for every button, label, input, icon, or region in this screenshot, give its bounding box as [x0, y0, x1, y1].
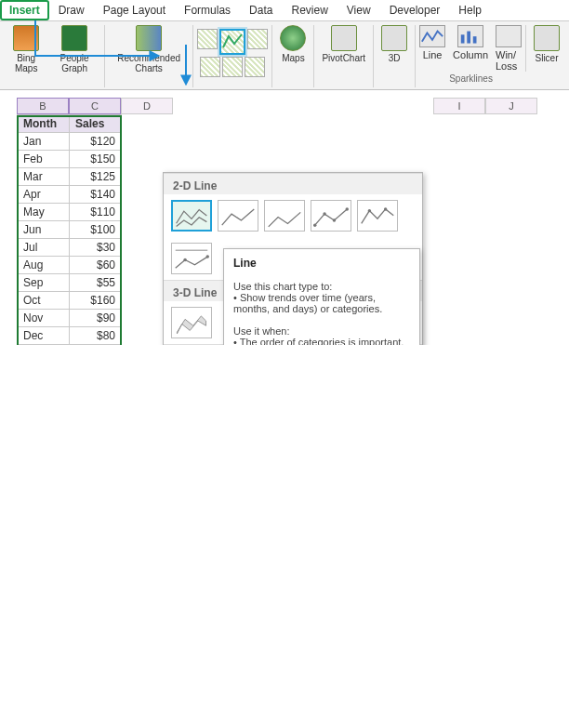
svg-point-4: [323, 212, 325, 215]
svg-point-6: [346, 207, 349, 210]
table-row[interactable]: Nov$90: [18, 310, 122, 327]
table-row[interactable]: Apr$140: [18, 186, 122, 204]
menu-page-layout[interactable]: Page Layout: [94, 0, 175, 20]
menu-help[interactable]: Help: [449, 0, 491, 20]
chart-hierarchy-button[interactable]: [200, 57, 220, 77]
table-row[interactable]: Jan$120: [18, 133, 122, 151]
menu-formulas[interactable]: Formulas: [175, 0, 240, 20]
col-header-b[interactable]: B: [17, 98, 69, 114]
col-header-i[interactable]: I: [433, 98, 485, 114]
svg-point-10: [183, 258, 186, 261]
slicer-button[interactable]: Slicer: [530, 25, 563, 63]
svg-rect-0: [461, 34, 465, 43]
stacked-line-option[interactable]: [218, 200, 258, 232]
chart-statistic-button[interactable]: [222, 57, 243, 77]
table-row[interactable]: Jul$30: [18, 239, 122, 257]
sparkline-column-button[interactable]: Column: [449, 25, 492, 72]
sparkline-line-icon: [419, 25, 445, 47]
sparkline-line-button[interactable]: Line: [416, 25, 449, 72]
menu-view[interactable]: View: [337, 0, 380, 20]
chart-combo-button[interactable]: [245, 57, 265, 77]
maps-button[interactable]: Maps: [276, 25, 310, 63]
svg-point-7: [368, 209, 371, 212]
pivotchart-button[interactable]: PivotChart: [318, 25, 369, 63]
slicer-icon: [534, 25, 560, 51]
svg-point-3: [313, 223, 316, 226]
bing-maps-button[interactable]: Bing Maps: [6, 25, 46, 73]
map-icon: [13, 25, 39, 51]
menu-review[interactable]: Review: [282, 0, 337, 20]
table-row[interactable]: Aug$60: [18, 257, 122, 274]
globe-icon: [280, 25, 306, 51]
chart-line-button[interactable]: [219, 29, 245, 55]
table-row[interactable]: May$110: [18, 204, 122, 221]
table-row[interactable]: Dec$80: [18, 327, 122, 345]
data-table[interactable]: Month Sales Jan$120Feb$150Mar$125Apr$140…: [17, 114, 122, 345]
svg-rect-1: [467, 32, 470, 44]
chart-pie-button[interactable]: [247, 29, 268, 49]
menu-insert[interactable]: Insert: [0, 0, 49, 20]
menu-draw[interactable]: Draw: [49, 0, 94, 20]
line-3d-option[interactable]: [171, 307, 212, 338]
svg-point-5: [333, 218, 336, 221]
col-header-j[interactable]: J: [485, 98, 537, 114]
three-d-map-button[interactable]: 3D: [377, 25, 411, 63]
table-row[interactable]: Mar$125: [18, 168, 122, 186]
sparkline-column-icon: [457, 25, 483, 47]
table-row[interactable]: Jun$100: [18, 221, 122, 239]
people-graph-button[interactable]: People Graph: [48, 25, 99, 73]
col-header-d[interactable]: D: [121, 98, 173, 114]
table-row[interactable]: Sep$55: [18, 274, 122, 292]
header-month[interactable]: Month: [18, 115, 70, 133]
pivotchart-icon: [331, 25, 357, 51]
menu-developer[interactable]: Developer: [380, 0, 450, 20]
chart-tooltip: Line Use this chart type to: • Show tren…: [223, 248, 420, 345]
table-row[interactable]: Feb$150: [18, 151, 122, 168]
sparkline-winloss-icon: [496, 25, 522, 47]
people-icon: [61, 25, 87, 51]
stacked-line-markers-option[interactable]: [357, 200, 398, 232]
svg-rect-2: [473, 36, 477, 43]
recommended-charts-button[interactable]: Recommended Charts: [109, 25, 190, 73]
three-d-icon: [381, 25, 407, 51]
ribbon: Bing Maps People Graph Recommended Chart…: [0, 21, 569, 90]
worksheet[interactable]: B C D I J Month Sales Jan$120Feb$150Mar$…: [0, 98, 569, 345]
percent-stacked-line-option[interactable]: [264, 200, 305, 232]
line-markers-option[interactable]: [311, 200, 351, 232]
table-row[interactable]: Oct$160: [18, 292, 122, 310]
chart-column-button[interactable]: [197, 29, 218, 49]
recommended-charts-icon: [136, 25, 162, 51]
sparklines-group-label: Sparklines: [416, 73, 526, 84]
line-chart-option[interactable]: [171, 200, 212, 232]
header-sales[interactable]: Sales: [70, 115, 122, 133]
svg-point-11: [206, 255, 209, 258]
section-2d-line: 2-D Line: [164, 173, 422, 194]
svg-point-8: [384, 207, 387, 210]
percent-stacked-line-markers-option[interactable]: [171, 243, 212, 274]
sparkline-winloss-button[interactable]: Win/ Loss: [492, 25, 525, 72]
menu-bar: Insert Draw Page Layout Formulas Data Re…: [0, 0, 569, 21]
menu-data[interactable]: Data: [240, 0, 282, 20]
col-header-c[interactable]: C: [69, 98, 121, 114]
